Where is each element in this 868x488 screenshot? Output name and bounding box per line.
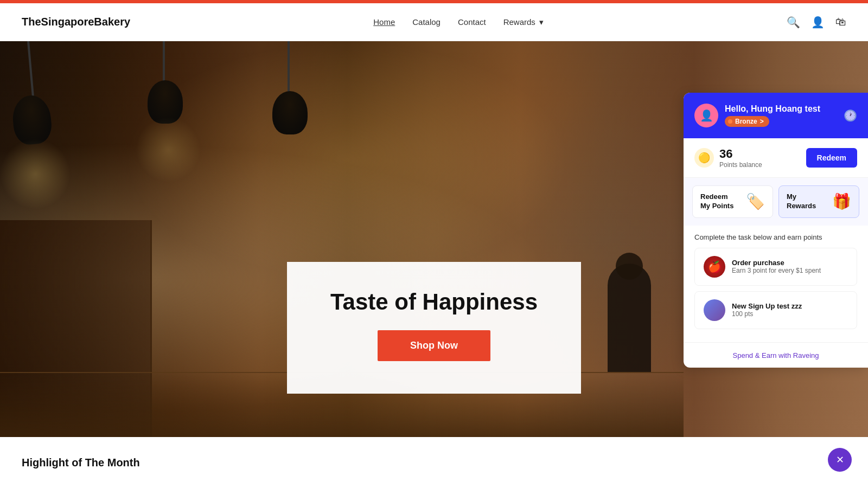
user-info: Hello, Hung Hoang test Bronze > (725, 104, 820, 127)
points-section: 🟡 36 Points balance Redeem (684, 138, 868, 178)
task-order-desc: Earn 3 point for every $1 spent (732, 267, 821, 274)
points-left: 🟡 36 Points balance (694, 147, 762, 169)
close-button[interactable]: ✕ (828, 448, 852, 472)
main-nav: Home Catalog Contact Rewards ▾ (373, 17, 544, 27)
search-icon[interactable]: 🔍 (787, 16, 800, 29)
hero-content-box: Taste of Happiness Shop Now (287, 262, 581, 394)
task-order-icon: 🍎 (704, 256, 725, 278)
header-icons: 🔍 👤 🛍 (787, 16, 846, 29)
redeem-points-icon: 🏷️ (746, 192, 765, 210)
tier-label: Bronze (735, 118, 757, 125)
task-signup-desc: 100 pts (732, 310, 802, 318)
lamp-cord-3 (288, 41, 290, 95)
panel-header-left: 👤 Hello, Hung Hoang test Bronze > (694, 104, 820, 127)
task-signup-info: New Sign Up test zzz 100 pts (732, 302, 802, 318)
user-avatar: 👤 (694, 104, 718, 127)
bottom-section: Highlight of The Month (0, 437, 868, 488)
rewards-panel: 👤 Hello, Hung Hoang test Bronze > 🕐 🟡 (684, 93, 868, 368)
nav-catalog[interactable]: Catalog (412, 17, 441, 27)
tab-rewards-label: MyRewards (787, 192, 816, 211)
task-order-info: Order purchase Earn 3 point for every $1… (732, 259, 821, 274)
task-signup-icon (704, 299, 725, 321)
close-icon: ✕ (836, 454, 844, 466)
task-signup-name: New Sign Up test zzz (732, 302, 802, 310)
panel-footer: Spend & Earn with Raveing (684, 342, 868, 368)
panel-tabs: RedeemMy Points 🏷️ MyRewards 🎁 (684, 178, 868, 226)
tier-badge[interactable]: Bronze > (725, 116, 769, 127)
account-icon[interactable]: 👤 (811, 16, 825, 29)
points-number: 36 (719, 147, 762, 161)
brand-name: TheSingaporeBakery (22, 16, 130, 28)
my-rewards-icon: 🎁 (832, 192, 851, 210)
nav-home[interactable]: Home (373, 17, 395, 27)
lamp-glow-1 (0, 139, 71, 209)
task-signup[interactable]: New Sign Up test zzz 100 pts (694, 291, 857, 329)
lamp-glow-2 (136, 117, 201, 182)
earn-title: Complete the task below and earn points (694, 233, 857, 241)
highlight-title: Highlight of The Month (22, 457, 140, 469)
tab-redeem-points[interactable]: RedeemMy Points 🏷️ (692, 185, 773, 218)
shop-now-button[interactable]: Shop Now (378, 330, 490, 361)
header: TheSingaporeBakery Home Catalog Contact … (0, 3, 868, 41)
tab-redeem-label: RedeemMy Points (700, 192, 733, 211)
bronze-dot (728, 119, 732, 124)
points-label: Points balance (719, 161, 762, 169)
person-head (616, 253, 643, 280)
footer-link[interactable]: Spend & Earn with Raveing (733, 351, 819, 359)
cart-icon[interactable]: 🛍 (835, 16, 846, 28)
nav-contact[interactable]: Contact (458, 17, 486, 27)
hero-title: Taste of Happiness (330, 289, 538, 315)
redeem-button[interactable]: Redeem (806, 148, 857, 168)
panel-header: 👤 Hello, Hung Hoang test Bronze > 🕐 (684, 93, 868, 138)
nav-rewards[interactable]: Rewards ▾ (503, 17, 544, 27)
earn-section: Complete the task below and earn points … (684, 226, 868, 342)
hero-section: Taste of Happiness Shop Now 👤 Hello, Hun… (0, 41, 868, 437)
lamp-3 (272, 91, 308, 134)
task-order-purchase[interactable]: 🍎 Order purchase Earn 3 point for every … (694, 248, 857, 286)
person-silhouette (608, 264, 651, 372)
lamp-cord-2 (163, 41, 165, 85)
greeting-text: Hello, Hung Hoang test (725, 104, 820, 114)
task-order-name: Order purchase (732, 259, 821, 267)
tab-my-rewards[interactable]: MyRewards 🎁 (778, 185, 859, 218)
history-icon[interactable]: 🕐 (844, 109, 857, 122)
points-coin-icon: 🟡 (694, 148, 714, 168)
tier-arrow: > (760, 118, 764, 125)
points-info: 36 Points balance (719, 147, 762, 169)
